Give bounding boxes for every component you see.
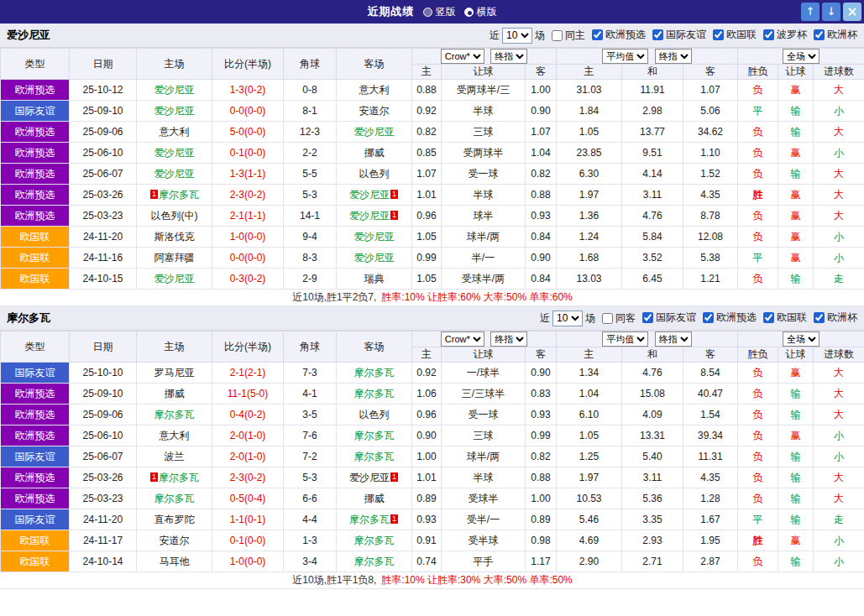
score-cell: 2-1(2-1) bbox=[212, 363, 284, 384]
goals-cell: 小 bbox=[814, 530, 864, 551]
score-cell: 2-3(0-2) bbox=[212, 467, 284, 488]
avg-time-select[interactable]: 终指 bbox=[655, 331, 692, 347]
avg-home-cell: 1.84 bbox=[557, 101, 622, 122]
home-odds-cell: 0.99 bbox=[412, 248, 442, 269]
away-team-cell: 摩尔多瓦 bbox=[337, 384, 412, 405]
section-header-bar: 摩尔多瓦 近 10 场 同客 国际友谊欧洲预选欧国联欧洲杯 bbox=[0, 306, 864, 331]
team-label: 罗马尼亚 bbox=[154, 367, 195, 378]
home-odds-cell: 0.96 bbox=[412, 405, 442, 425]
layout-radio-vertical[interactable]: 竖版 bbox=[423, 5, 456, 19]
col-header-away-odds: 客 bbox=[526, 65, 557, 80]
close-button[interactable]: × bbox=[843, 3, 861, 21]
handicap-cell: 半球 bbox=[442, 101, 526, 122]
date-cell: 25-06-07 bbox=[70, 164, 137, 185]
team-label: 爱沙尼亚 bbox=[154, 105, 195, 117]
league-checkbox[interactable] bbox=[763, 29, 774, 40]
date-cell: 25-06-10 bbox=[70, 425, 137, 446]
team-label: 阿塞拜疆 bbox=[154, 252, 195, 264]
team-label: 挪威 bbox=[364, 493, 385, 504]
col-header-goals: 进球数 bbox=[814, 65, 864, 80]
league-checkbox[interactable] bbox=[814, 29, 825, 40]
summary-rates: 胜率:10% 让胜率:30% 大率:50% 单率:50% bbox=[381, 574, 572, 586]
score-cell: 0-1(0-0) bbox=[212, 143, 284, 164]
result-cell: 负 bbox=[738, 122, 778, 143]
scope-select[interactable]: 全场 bbox=[783, 49, 819, 64]
summary-rates: 胜率:10% 让胜率:60% 大率:50% 单率:60% bbox=[381, 291, 572, 303]
type-cell: 欧国联 bbox=[1, 530, 70, 551]
radio-label: 横版 bbox=[477, 5, 497, 19]
scope-select[interactable]: 全场 bbox=[783, 331, 819, 347]
league-checkbox[interactable] bbox=[763, 312, 774, 323]
scroll-up-button[interactable]: ↑ bbox=[801, 3, 819, 21]
bookmaker-select[interactable]: Crow* bbox=[441, 49, 484, 64]
match-count-select[interactable]: 10 bbox=[502, 28, 532, 44]
league-filter[interactable]: 国际友谊 bbox=[652, 28, 706, 42]
odds-time-select[interactable]: 终指 bbox=[490, 331, 527, 347]
avg-home-cell: 1.97 bbox=[557, 467, 622, 488]
away-odds-cell: 0.84 bbox=[526, 227, 557, 248]
goals-cell: 小 bbox=[814, 551, 864, 572]
result-cell: 负 bbox=[738, 363, 778, 384]
type-cell: 国际友谊 bbox=[1, 509, 70, 530]
team-label: 挪威 bbox=[165, 388, 185, 399]
same-venue-filter[interactable]: 同主 bbox=[552, 29, 585, 43]
average-select[interactable]: 平均值 bbox=[602, 49, 648, 64]
goals-cell: 大 bbox=[814, 467, 864, 488]
average-group-header: 平均值 终指 bbox=[557, 49, 738, 65]
handicap-result-cell: 输 bbox=[778, 122, 814, 143]
match-count-select[interactable]: 10 bbox=[552, 311, 583, 326]
league-filter[interactable]: 欧国联 bbox=[763, 311, 807, 325]
league-checkbox[interactable] bbox=[642, 312, 653, 323]
league-filter[interactable]: 欧洲杯 bbox=[814, 311, 857, 325]
average-select[interactable]: 平均值 bbox=[602, 331, 648, 347]
league-filter[interactable]: 欧洲预选 bbox=[592, 28, 646, 42]
home-team-cell: 1摩尔多瓦 bbox=[137, 467, 212, 488]
handicap-result-cell: 输 bbox=[778, 405, 814, 425]
rank-badge: 1 bbox=[390, 514, 398, 524]
avg-draw-cell: 13.31 bbox=[622, 425, 683, 446]
same-venue-checkbox[interactable] bbox=[552, 30, 563, 41]
same-venue-filter[interactable]: 同客 bbox=[602, 311, 636, 326]
match-row: 欧洲预选25-06-10意大利2-0(1-0)7-6摩尔多瓦0.90三球0.99… bbox=[1, 425, 864, 446]
home-team-cell: 直布罗陀 bbox=[137, 509, 212, 530]
home-odds-cell: 0.85 bbox=[412, 143, 442, 164]
league-checkbox[interactable] bbox=[703, 312, 714, 323]
league-filter[interactable]: 欧国联 bbox=[713, 28, 757, 42]
same-venue-checkbox[interactable] bbox=[602, 313, 613, 324]
team-label: 爱沙尼亚 bbox=[354, 126, 395, 138]
home-odds-cell: 0.93 bbox=[412, 509, 442, 530]
league-filter[interactable]: 波罗杯 bbox=[763, 28, 807, 42]
league-filter[interactable]: 国际友谊 bbox=[642, 311, 696, 325]
goals-cell: 小 bbox=[814, 227, 864, 248]
goals-cell: 大 bbox=[814, 122, 864, 143]
league-filter[interactable]: 欧洲预选 bbox=[703, 311, 757, 325]
layout-radio-horizontal[interactable]: 横版 bbox=[464, 5, 497, 19]
league-checkbox[interactable] bbox=[592, 29, 603, 40]
league-checkbox[interactable] bbox=[814, 312, 825, 323]
date-cell: 25-06-10 bbox=[70, 143, 137, 164]
league-checkbox[interactable] bbox=[713, 29, 724, 40]
home-odds-cell: 0.88 bbox=[412, 80, 442, 101]
league-filter[interactable]: 欧洲杯 bbox=[814, 28, 857, 42]
score-cell: 0-0(0-0) bbox=[212, 248, 284, 269]
result-group-header: 全场 bbox=[738, 49, 864, 65]
team-label: 斯洛伐克 bbox=[154, 231, 195, 243]
odds-time-select[interactable]: 终指 bbox=[490, 49, 527, 64]
date-cell: 24-10-14 bbox=[70, 551, 137, 572]
team-label: 摩尔多瓦 bbox=[354, 556, 395, 567]
summary-row: 近10场,胜1平2负7,胜率:10% 让胜率:60% 大率:50% 单率:60% bbox=[1, 290, 864, 306]
col-header-home: 主场 bbox=[137, 49, 212, 80]
corner-cell: 3-4 bbox=[284, 551, 337, 572]
handicap-result-cell: 输 bbox=[778, 101, 814, 122]
team-label: 摩尔多瓦 bbox=[154, 409, 195, 420]
score-cell: 0-0(0-0) bbox=[212, 101, 284, 122]
scroll-down-button[interactable]: ↓ bbox=[822, 3, 840, 21]
avg-home-cell: 1.05 bbox=[557, 425, 622, 446]
bookmaker-select[interactable]: Crow* bbox=[441, 331, 484, 347]
score-cell: 1-0(0-0) bbox=[212, 551, 284, 572]
result-cell: 负 bbox=[738, 467, 778, 488]
avg-time-select[interactable]: 终指 bbox=[655, 49, 692, 64]
league-label: 欧洲杯 bbox=[827, 28, 857, 42]
league-checkbox[interactable] bbox=[652, 29, 663, 40]
stats-table: 类型 日期 主场 比分(半场) 角球 客场 Crow* 终指 平均值 终指 bbox=[0, 48, 864, 306]
